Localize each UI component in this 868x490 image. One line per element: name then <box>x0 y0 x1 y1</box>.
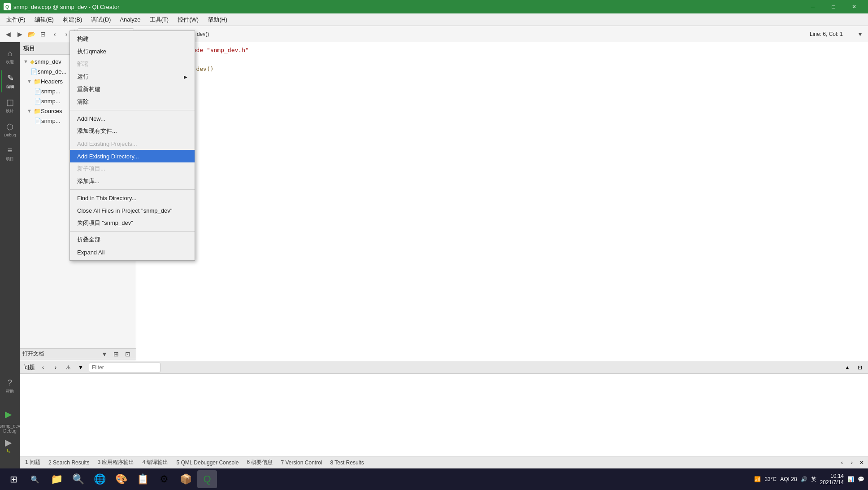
ctx-add-existing-file[interactable]: 添加现有文件... <box>70 125 195 137</box>
ctx-find-in-dir[interactable]: Find in This Directory... <box>70 192 195 204</box>
bottom-tabs-arrow-left[interactable]: ‹ <box>838 458 846 467</box>
menu-help[interactable]: 帮助(H) <box>203 14 232 26</box>
browser-icon: 🌐 <box>94 473 106 485</box>
qt-creator-icon: Q <box>203 473 211 485</box>
ctx-add-new[interactable]: Add New... <box>70 112 195 125</box>
open-docs-filter[interactable]: ▼ <box>99 349 110 359</box>
problems-expand[interactable]: ⊡ <box>855 363 864 372</box>
bottom-tab-summary[interactable]: 6 概要信息 <box>243 457 276 468</box>
debug-run-sublabel: 🐛 <box>6 449 11 453</box>
chevron-down-icon: ▼ <box>23 59 28 64</box>
sidebar-item-design[interactable]: ◫ 设计 <box>1 94 19 117</box>
problems-prev[interactable]: ‹ <box>39 363 48 372</box>
toolbar-split[interactable]: ⊟ <box>38 29 48 39</box>
start-button[interactable]: ⊞ <box>4 470 23 488</box>
bottom-tab-version[interactable]: 7 Version Control <box>277 457 326 468</box>
problems-filter-input[interactable] <box>89 363 161 372</box>
window-title: snmp_dev.cpp @ snmp_dev - Qt Creator <box>13 4 803 10</box>
close-button[interactable]: ✕ <box>844 0 864 13</box>
sidebar-item-welcome[interactable]: ⌂ 欢迎 <box>1 46 19 68</box>
edit-icon: ✎ <box>7 73 14 83</box>
run-button[interactable]: ▶ <box>0 403 17 425</box>
sidebar-label-projects: 项目 <box>6 156 14 162</box>
project-panel-title: 项目 <box>23 44 35 52</box>
taskbar-package[interactable]: 📦 <box>176 470 195 488</box>
taskbar-search-app-icon: 🔍 <box>72 473 84 485</box>
taskbar-qt-creator[interactable]: Q <box>197 470 217 488</box>
sources-chevron-icon: ▼ <box>27 108 32 114</box>
ctx-close-project[interactable]: 关闭项目 "snmp_dev" <box>70 217 195 229</box>
taskbar-settings[interactable]: ⚙ <box>154 470 174 488</box>
minimize-button[interactable]: ─ <box>803 0 823 13</box>
sidebar-label-debug: Debug <box>4 133 16 137</box>
taskbar-color[interactable]: 🎨 <box>111 470 131 488</box>
menu-file[interactable]: 文件(F) <box>2 14 30 26</box>
problems-warning-icon[interactable]: ⚠ <box>64 363 73 372</box>
ctx-qmake[interactable]: 执行qmake <box>70 45 195 58</box>
menu-build[interactable]: 构建(B) <box>58 14 87 26</box>
ctx-clean[interactable]: 清除 <box>70 96 195 108</box>
ctx-build[interactable]: 构建 <box>70 33 195 45</box>
headers-chevron-icon: ▼ <box>27 79 32 84</box>
sidebar-item-help[interactable]: ? 帮助 <box>1 375 19 398</box>
taskbar-explorer[interactable]: 📁 <box>47 470 66 488</box>
ctx-add-existing-dir[interactable]: Add Existing Directory... <box>70 150 195 162</box>
menu-bar: 文件(F) 编辑(E) 构建(B) 调试(D) Analyze 工具(T) 控件… <box>0 13 868 26</box>
bottom-tab-search[interactable]: 2 Search Results <box>45 457 93 468</box>
ctx-collapse-all[interactable]: 折叠全部 <box>70 233 195 246</box>
problems-filter-icon[interactable]: ▼ <box>76 363 85 372</box>
ctx-expand-all[interactable]: Expand All <box>70 246 195 258</box>
debug-icon: ⬡ <box>6 122 13 132</box>
code-line-1: #include #include "snmp_dev.h" <box>143 46 861 55</box>
problems-next[interactable]: › <box>51 363 60 372</box>
clipboard-icon: 📋 <box>137 473 149 485</box>
menu-debug[interactable]: 调试(D) <box>87 14 115 26</box>
search-button[interactable]: 🔍 <box>25 470 45 488</box>
project-icon: ◆ <box>30 58 35 65</box>
toolbar-forward[interactable]: ▶ <box>14 29 25 39</box>
bottom-tab-compile[interactable]: 4 编译输出 <box>139 457 172 468</box>
toolbar-collapse[interactable]: ▾ <box>855 29 865 39</box>
run-icon: ▶ <box>5 409 12 420</box>
ctx-close-all-files[interactable]: Close All Files in Project "snmp_dev" <box>70 204 195 217</box>
bottom-tabs-arrow-right[interactable]: › <box>847 458 856 467</box>
toolbar-nav1[interactable]: ‹ <box>49 29 60 39</box>
taskbar-search-icon: 🔍 <box>30 475 39 484</box>
bottom-tabs-bar: 1 问题 2 Search Results 3 应用程序输出 4 编译输出 5 … <box>20 456 868 468</box>
taskbar-browser[interactable]: 🌐 <box>90 470 109 488</box>
bottom-tabs-close[interactable]: ✕ <box>857 458 866 467</box>
open-docs-expand[interactable]: ⊡ <box>122 349 133 359</box>
bottom-tab-qml[interactable]: 5 QML Debugger Console <box>173 457 242 468</box>
sidebar-label-design: 设计 <box>6 108 14 114</box>
bottom-tab-app-output[interactable]: 3 应用程序输出 <box>94 457 138 468</box>
problems-collapse[interactable]: ▲ <box>843 363 852 372</box>
menu-controls[interactable]: 控件(W) <box>173 14 203 26</box>
ctx-run[interactable]: 运行 <box>70 70 195 83</box>
bottom-tab-test[interactable]: 8 Test Results <box>326 457 367 468</box>
ctx-add-library[interactable]: 添加库... <box>70 175 195 188</box>
taskbar-sound-icon: 🔊 <box>801 476 807 482</box>
bottom-tab-problems[interactable]: 1 问题 <box>22 457 44 468</box>
ctx-add-existing-projects: Add Existing Projects... <box>70 137 195 150</box>
sidebar-item-debug[interactable]: ⬡ Debug <box>1 118 19 141</box>
ctx-separator-2 <box>70 189 195 190</box>
ctx-rebuild[interactable]: 重新构建 <box>70 83 195 96</box>
menu-tools[interactable]: 工具(T) <box>145 14 174 26</box>
debug-run-button[interactable]: ▶ 🐛 <box>0 433 17 456</box>
sidebar-item-projects[interactable]: ≡ 项目 <box>1 143 19 165</box>
pro-file-icon: 📄 <box>30 68 38 75</box>
toolbar-back[interactable]: ◀ <box>3 29 13 39</box>
taskbar-search-app[interactable]: 🔍 <box>68 470 88 488</box>
tree-label-sources: Sources <box>41 108 62 114</box>
menu-analyze[interactable]: Analyze <box>115 14 145 25</box>
color-icon: 🎨 <box>115 473 127 485</box>
menu-edit[interactable]: 编辑(E) <box>30 14 58 26</box>
sidebar-item-edit[interactable]: ✎ 编辑 <box>1 70 19 92</box>
taskbar-clipboard[interactable]: 📋 <box>133 470 152 488</box>
open-docs-split[interactable]: ⊞ <box>111 349 122 359</box>
maximize-button[interactable]: □ <box>823 0 844 13</box>
design-icon: ◫ <box>6 97 14 107</box>
h1-file-icon: 📄 <box>34 88 41 95</box>
toolbar-open[interactable]: 📂 <box>26 29 37 39</box>
taskbar-aqi: AQI 28 <box>780 476 797 482</box>
